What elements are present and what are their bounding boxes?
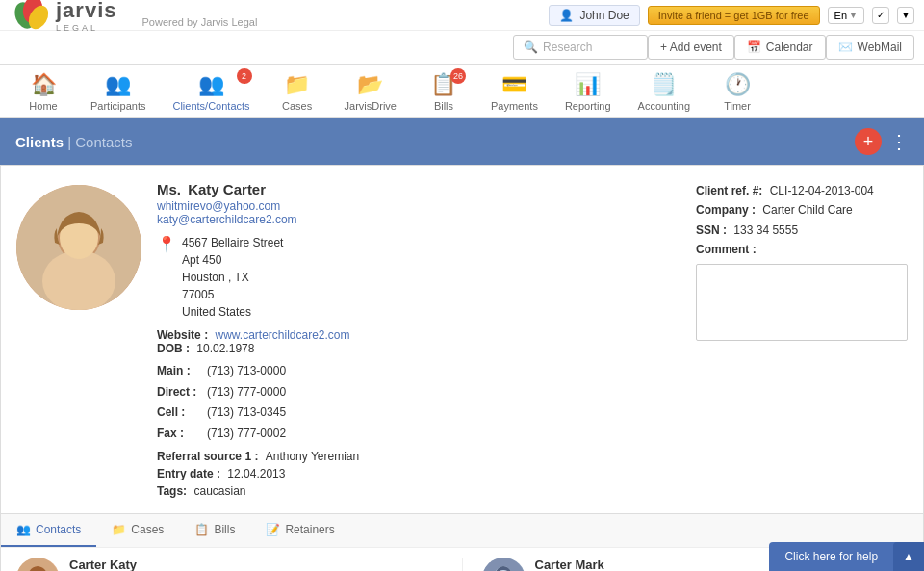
contact-name-katy: Carter Katy: [69, 558, 307, 571]
contact-info-katy: Carter Katy Direct : (713) 713-0000 kcar…: [69, 558, 307, 571]
sidebar-item-clients[interactable]: 👥 2 Clients/Contacts: [159, 65, 263, 117]
powered-by: Powered by Jarvis Legal: [142, 16, 258, 28]
notifications-icon[interactable]: ✓: [872, 7, 889, 24]
nav-label-jarvisdrive: JarvisDrive: [345, 100, 397, 112]
nav-label-cases: Cases: [282, 100, 312, 112]
sidebar-item-jarvisdrive[interactable]: 📂 JarvisDrive: [331, 65, 410, 117]
sidebar-item-cases[interactable]: 📁 Cases: [264, 65, 331, 117]
tags-label: Tags:: [157, 484, 187, 498]
comment-label: Comment :: [696, 243, 757, 256]
client-right-panel: Client ref. #: CLI-12-04-2013-004 Compan…: [696, 181, 908, 498]
client-dob: 10.02.1978: [196, 342, 254, 355]
more-options-button[interactable]: ⋮: [889, 130, 909, 153]
company-label: Company :: [696, 203, 756, 217]
client-prefix: Ms.: [157, 181, 181, 197]
participants-icon: 👥: [105, 72, 131, 97]
help-expand-icon: ▲: [903, 550, 914, 563]
direct-label: Direct :: [157, 382, 207, 403]
address-pin-icon: 📍: [157, 235, 176, 253]
search-placeholder: Research: [543, 40, 592, 54]
webmail-icon: ✉️: [838, 40, 853, 54]
client-website[interactable]: www.carterchildcare2.com: [215, 328, 349, 342]
contact-avatar-mark: [482, 558, 526, 571]
user-name: John Doe: [579, 9, 629, 22]
sidebar-item-payments[interactable]: 💳 Payments: [477, 65, 552, 117]
svg-point-5: [42, 250, 116, 310]
nav-label-home: Home: [29, 100, 57, 112]
referral-label: Referral source 1 :: [157, 450, 258, 463]
help-expand-button[interactable]: ▲: [893, 542, 924, 571]
client-entry-date: 12.04.2013: [227, 467, 285, 480]
cases-icon: 📁: [284, 72, 310, 97]
contact-info-mark: Carter Mark Direct : (713) 743-3500 mcar…: [535, 558, 777, 571]
webmail-button[interactable]: ✉️ WebMail: [826, 35, 914, 60]
nav-label-accounting: Accounting: [638, 100, 690, 112]
sidebar-item-accounting[interactable]: 🗒️ Accounting: [625, 65, 704, 117]
payments-icon: 💳: [501, 72, 527, 97]
retainers-tab-icon: 📝: [266, 523, 280, 536]
profile-details: Ms. Katy Carter whitmirevo@yahoo.com kat…: [157, 181, 680, 498]
client-address: 4567 Bellaire Street Apt 450 Houston , T…: [182, 234, 283, 321]
nav-badge-clients: 2: [237, 68, 252, 84]
invite-button[interactable]: Invite a friend = get 1GB for free: [648, 6, 820, 25]
client-ssn: 133 34 5555: [733, 223, 798, 237]
cell-label: Cell :: [157, 402, 207, 424]
add-contact-button[interactable]: +: [855, 128, 882, 155]
page-breadcrumb: Clients | Contacts: [15, 134, 132, 150]
entry-date-label: Entry date :: [157, 467, 220, 480]
clients-icon: 👥: [198, 72, 224, 97]
client-tags: caucasian: [193, 484, 245, 498]
tab-bills[interactable]: 📋 Bills: [179, 514, 250, 547]
client-cell-phone: (713) 713-0345: [207, 402, 680, 424]
client-email1[interactable]: whitmirevo@yahoo.com: [157, 199, 680, 213]
comment-textarea[interactable]: [696, 264, 908, 341]
tab-contacts[interactable]: 👥 Contacts: [1, 514, 96, 547]
sidebar-item-participants[interactable]: 👥 Participants: [77, 65, 159, 117]
search-icon: 🔍: [524, 40, 538, 54]
nav-label-timer: Timer: [724, 100, 751, 112]
tab-cases[interactable]: 📁 Cases: [96, 514, 179, 547]
user-icon: 👤: [559, 9, 574, 22]
sidebar-item-home[interactable]: 🏠 Home: [10, 65, 77, 117]
main-navigation: 🏠 Home 👥 Participants 👥 2 Clients/Contac…: [0, 65, 924, 118]
reporting-icon: 📊: [575, 72, 601, 97]
calendar-button[interactable]: 📅 Calendar: [734, 35, 826, 60]
add-event-button[interactable]: + Add event: [648, 35, 734, 60]
nav-label-payments: Payments: [491, 100, 538, 112]
content-area: Ms. Katy Carter whitmirevo@yahoo.com kat…: [0, 165, 924, 571]
search-input[interactable]: 🔍 Research: [513, 35, 648, 60]
ssn-label: SSN :: [696, 223, 727, 237]
list-item: Carter Katy Direct : (713) 713-0000 kcar…: [16, 558, 443, 571]
client-ref-label: Client ref. #:: [696, 184, 762, 197]
nav-label-bills: Bills: [434, 100, 453, 112]
home-icon: 🏠: [31, 72, 57, 97]
timer-icon: 🕐: [725, 72, 751, 97]
nav-label-reporting: Reporting: [565, 100, 611, 112]
client-profile: Ms. Katy Carter whitmirevo@yahoo.com kat…: [1, 166, 923, 513]
logo-name: jarvis: [56, 0, 117, 23]
client-fax-phone: (713) 777-0002: [207, 424, 680, 445]
contact-name-mark: Carter Mark: [535, 558, 777, 571]
client-referral: Anthony Yeremian: [266, 450, 359, 463]
contacts-tab-icon: 👥: [16, 523, 31, 536]
client-main-phone: (713) 713-0000: [207, 361, 680, 382]
accounting-icon: 🗒️: [651, 72, 677, 97]
help-button[interactable]: Click here for help ▲: [769, 542, 924, 571]
lang-label: En: [834, 10, 847, 21]
sidebar-item-bills[interactable]: 📋 26 Bills: [410, 65, 477, 117]
client-email2[interactable]: katy@carterchildcare2.com: [157, 213, 680, 226]
client-company: Carter Child Care: [762, 203, 852, 217]
contact-avatar-katy: [16, 558, 60, 571]
language-selector[interactable]: En ▼: [828, 7, 864, 24]
page-title: Clients: [15, 134, 64, 150]
dob-label: DOB :: [157, 342, 190, 355]
tab-retainers[interactable]: 📝 Retainers: [250, 514, 349, 547]
help-label: Click here for help: [784, 550, 878, 563]
sidebar-item-reporting[interactable]: 📊 Reporting: [552, 65, 625, 117]
jarvisdrive-icon: 📂: [357, 72, 383, 97]
sidebar-item-timer[interactable]: 🕐 Timer: [704, 65, 771, 117]
menu-caret-icon[interactable]: ▼: [897, 7, 914, 24]
content-header: Clients | Contacts + ⋮: [0, 118, 924, 165]
client-name: Katy Carter: [188, 181, 266, 197]
client-direct-phone: (713) 777-0000: [207, 382, 680, 403]
